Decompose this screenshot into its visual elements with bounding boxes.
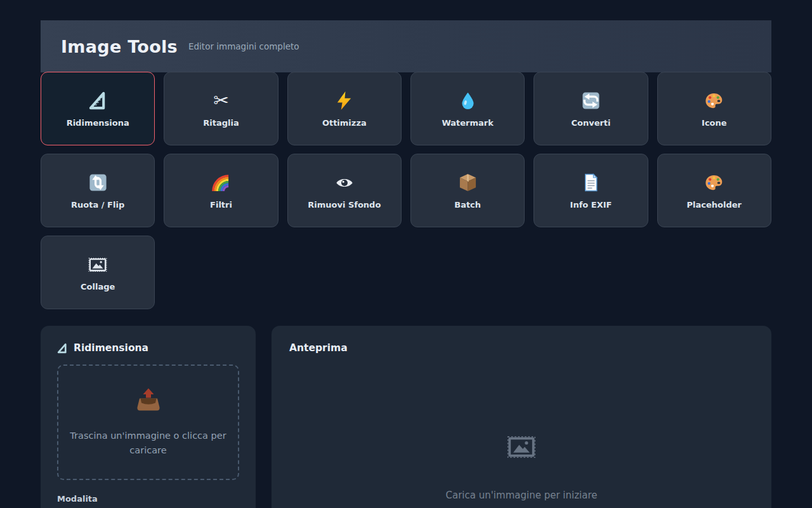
preview-empty-text: Carica un'immagine per iniziare xyxy=(289,490,754,501)
tool-card-collage[interactable]: Collage xyxy=(41,236,155,309)
tool-card-placeholder[interactable]: Placeholder xyxy=(657,154,771,227)
tool-label: Batch xyxy=(454,200,481,210)
tool-card-ridimensiona[interactable]: Ridimensiona xyxy=(41,72,155,145)
tool-label: Info EXIF xyxy=(570,200,612,210)
tool-card-rimuovi-sfondo[interactable]: Rimuovi Sfondo xyxy=(287,154,402,227)
page-title: Image Tools xyxy=(61,37,178,57)
framed-picture-icon xyxy=(507,432,536,464)
tool-card-watermark[interactable]: Watermark xyxy=(410,72,525,145)
convert-arrows-icon xyxy=(581,90,601,112)
dropzone-text: Trascina un'immagine o clicca per carica… xyxy=(69,429,228,458)
preview-panel-heading: Anteprima xyxy=(289,342,754,354)
rainbow-icon xyxy=(211,172,231,194)
tool-card-batch[interactable]: Batch xyxy=(410,154,525,227)
tool-label: Placeholder xyxy=(687,200,742,210)
tool-card-icone[interactable]: Icone xyxy=(657,72,771,145)
tool-card-ritaglia[interactable]: ✂ Ritaglia xyxy=(164,72,278,145)
app: Image Tools Editor immagini completo Rid… xyxy=(41,20,771,508)
droplet-icon xyxy=(459,90,477,112)
eye-icon xyxy=(335,172,354,194)
resize-panel-heading: Ridimensiona xyxy=(57,342,239,354)
tool-label: Filtri xyxy=(210,200,232,210)
package-icon xyxy=(458,172,478,194)
tool-label: Converti xyxy=(571,118,610,128)
preview-panel-title: Anteprima xyxy=(289,342,348,354)
tool-label: Ottimizza xyxy=(322,118,367,128)
triangular-ruler-icon xyxy=(88,90,108,112)
framed-picture-icon xyxy=(88,254,107,276)
tool-label: Rimuovi Sfondo xyxy=(308,200,381,210)
mode-label: Modalita xyxy=(57,494,239,504)
upload-tray-icon xyxy=(134,387,162,415)
resize-panel-title: Ridimensiona xyxy=(74,342,148,354)
tool-card-ottimizza[interactable]: Ottimizza xyxy=(287,72,402,145)
tool-label: Ritaglia xyxy=(203,118,239,128)
tool-label: Ridimensiona xyxy=(67,118,129,128)
tool-card-converti[interactable]: Converti xyxy=(534,72,648,145)
tool-card-ruota-flip[interactable]: Ruota / Flip xyxy=(41,154,155,227)
triangular-ruler-icon xyxy=(57,343,68,354)
tool-label: Icone xyxy=(702,118,727,128)
tool-card-filtri[interactable]: Filtri xyxy=(164,154,278,227)
tool-label: Watermark xyxy=(442,118,493,128)
image-dropzone[interactable]: Trascina un'immagine o clicca per carica… xyxy=(57,364,239,480)
palette-icon xyxy=(704,172,724,194)
bottom-section: Ridimensiona Trascina un'immagine o clic… xyxy=(41,326,771,508)
tool-label: Ruota / Flip xyxy=(71,200,124,210)
tool-grid: Ridimensiona ✂ Ritaglia Ottimizza Waterm… xyxy=(41,72,771,309)
scissors-icon: ✂ xyxy=(213,90,228,112)
page-subtitle: Editor immagini completo xyxy=(188,41,299,51)
document-icon xyxy=(581,172,601,194)
palette-icon xyxy=(704,90,724,112)
tool-label: Collage xyxy=(81,282,115,291)
resize-panel: Ridimensiona Trascina un'immagine o clic… xyxy=(41,326,256,508)
lightning-icon xyxy=(334,90,354,112)
preview-panel: Anteprima Carica un'immagine per iniziar… xyxy=(272,326,771,508)
vertical-arrows-icon xyxy=(88,172,108,194)
tool-card-info-exif[interactable]: Info EXIF xyxy=(534,154,648,227)
app-header: Image Tools Editor immagini completo xyxy=(41,20,771,72)
